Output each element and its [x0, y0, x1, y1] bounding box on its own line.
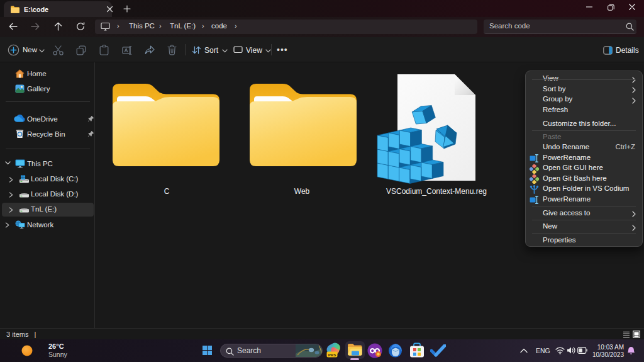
- svg-text:PRS: PRS: [328, 353, 336, 357]
